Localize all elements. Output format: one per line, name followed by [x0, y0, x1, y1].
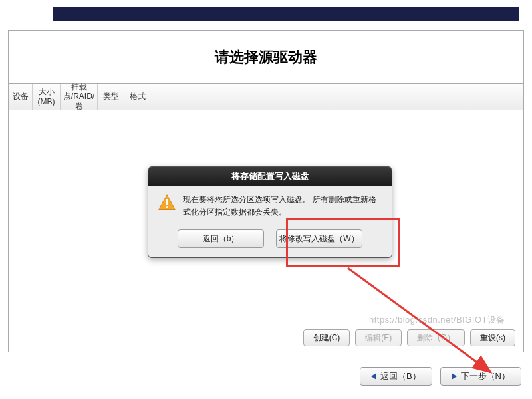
- action-row: 创建(C) 编辑(E) 删除（D） 重设(s): [303, 329, 515, 346]
- svg-rect-1: [166, 200, 168, 205]
- warning-icon: [158, 194, 176, 212]
- col-device[interactable]: 设备: [9, 84, 33, 110]
- col-format[interactable]: 格式: [124, 84, 151, 110]
- dialog-write-button[interactable]: 将修改写入磁盘（W）: [276, 229, 362, 248]
- dialog-message: 现在要将您所选分区选项写入磁盘。 所有删除或重新格 式化分区指定数据都会丢失。: [183, 194, 376, 219]
- dialog-buttons: 返回（b） 将修改写入磁盘（W）: [148, 224, 392, 257]
- dialog-back-button[interactable]: 返回（b）: [178, 229, 264, 248]
- create-button[interactable]: 创建(C): [303, 329, 350, 346]
- col-type[interactable]: 类型: [98, 84, 124, 110]
- col-size[interactable]: 大小(MB): [33, 84, 61, 110]
- back-label: 返回（B）: [380, 370, 421, 382]
- col-mount[interactable]: 挂载点/RAID/卷: [61, 84, 98, 110]
- watermark: https://blog.csdn.net/BIGIOT设备: [369, 314, 505, 326]
- footer-nav: 返回（B） 下一步（N）: [360, 367, 521, 386]
- delete-button: 删除（D）: [407, 329, 465, 346]
- arrow-right-icon: [452, 373, 457, 380]
- window-title-bar: [53, 7, 519, 21]
- edit-button: 编辑(E): [355, 329, 402, 346]
- dialog-title: 将存储配置写入磁盘: [148, 167, 392, 186]
- dialog-body: 现在要将您所选分区选项写入磁盘。 所有删除或重新格 式化分区指定数据都会丢失。: [148, 186, 392, 224]
- confirm-dialog: 将存储配置写入磁盘 现在要将您所选分区选项写入磁盘。 所有删除或重新格 式化分区…: [148, 166, 392, 258]
- back-button[interactable]: 返回（B）: [360, 367, 432, 386]
- next-label: 下一步（N）: [461, 370, 510, 382]
- arrow-left-icon: [371, 373, 376, 380]
- table-header: 设备 大小(MB) 挂载点/RAID/卷 类型 格式: [9, 84, 523, 110]
- svg-rect-2: [166, 206, 168, 208]
- reset-button[interactable]: 重设(s): [470, 329, 515, 346]
- next-button[interactable]: 下一步（N）: [440, 367, 521, 386]
- title-area: 请选择源驱动器: [9, 31, 523, 84]
- page-title: 请选择源驱动器: [215, 47, 317, 67]
